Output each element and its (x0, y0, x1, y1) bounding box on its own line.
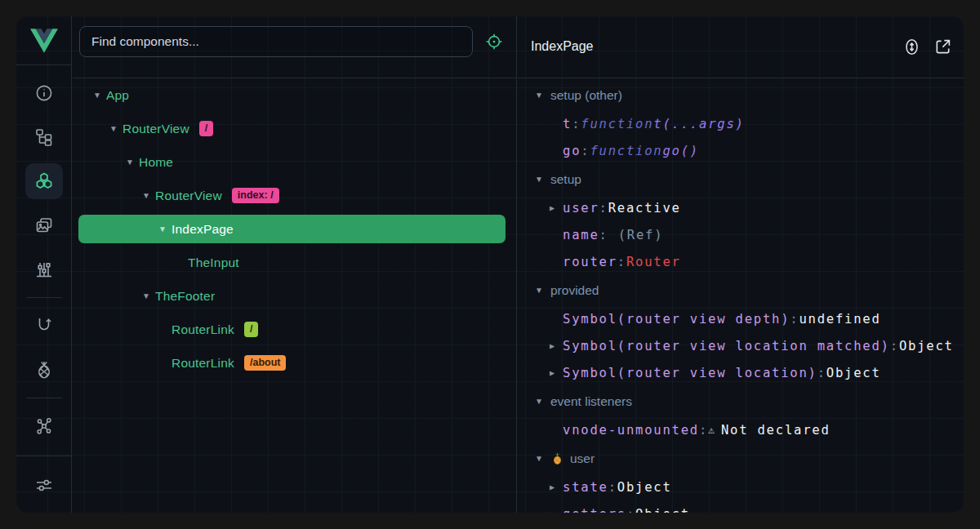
section-header-provided[interactable]: ▼provided (518, 275, 964, 305)
tree-node-label: RouterLink (172, 322, 234, 337)
state-value: Router (626, 255, 681, 269)
expand-arrow[interactable]: ▼ (125, 158, 135, 167)
tree-node-label: TheFooter (155, 289, 215, 304)
scroll-to-component-button[interactable] (902, 38, 921, 56)
expand-arrow[interactable]: ▼ (158, 224, 167, 233)
tree-node-routerview[interactable]: ▼RouterViewindex: / (73, 179, 516, 212)
section-header-setup-other[interactable]: ▼setup (other) (518, 80, 964, 110)
tree-node-home[interactable]: ▼Home (73, 145, 516, 179)
route-badge: / (199, 121, 213, 136)
key-value-separator: : (817, 366, 826, 380)
sidebar-tabs (16, 65, 71, 513)
key-value-separator: : (890, 339, 899, 353)
collapse-arrow[interactable]: ▼ (534, 397, 544, 406)
expand-arrow[interactable]: ▼ (92, 91, 102, 100)
state-key: go (563, 144, 581, 158)
key-value-separator: : (599, 201, 608, 216)
tree-node-routerview[interactable]: ▼RouterView/ (73, 112, 516, 145)
expand-arrow[interactable]: ▼ (109, 124, 118, 133)
state-key: getters (563, 507, 626, 513)
vue-logo[interactable] (16, 16, 71, 65)
tree-node-thefooter[interactable]: ▼TheFooter (73, 279, 516, 313)
tree-node-label: TheInput (188, 256, 239, 270)
state-row-symbol-router-view-location[interactable]: ▶Symbol(router view location) : Object (518, 359, 964, 386)
key-value-separator: : (572, 117, 581, 131)
sidebar-tab-components[interactable] (25, 163, 63, 199)
sidebar-tab-pages[interactable] (25, 119, 63, 155)
key-value-separator: : (699, 423, 708, 438)
state-value: Object (635, 507, 690, 513)
tree-node-label: RouterView (155, 189, 222, 203)
sidebar-divider (26, 297, 62, 298)
tree-node-routerlink[interactable]: RouterLink/ (73, 313, 516, 346)
expand-arrow[interactable]: ▶ (547, 509, 557, 513)
inspector-actions (902, 38, 952, 56)
section-label: setup (550, 172, 581, 187)
inspect-component-button[interactable] (485, 33, 503, 51)
expand-arrow[interactable]: ▼ (141, 191, 151, 200)
collapse-arrow[interactable]: ▼ (534, 91, 544, 100)
state-row-go[interactable]: go : function go() (518, 137, 964, 164)
expand-arrow[interactable]: ▶ (547, 203, 557, 212)
section-header-user[interactable]: ▼user (518, 443, 964, 473)
collapse-arrow[interactable]: ▼ (534, 175, 544, 184)
tree-node-routerlink[interactable]: RouterLink/about (73, 346, 516, 380)
tree-node-app[interactable]: ▼App (73, 78, 516, 112)
sidebar-tab-assets[interactable] (25, 207, 63, 243)
state-key: user (563, 201, 599, 216)
sidebar-tab-pinia[interactable] (25, 352, 63, 388)
vue-logo-icon (30, 29, 58, 53)
sidebar (16, 16, 72, 513)
tree-node-label: IndexPage (172, 222, 234, 237)
section-header-event-listeners[interactable]: ▼event listeners (518, 386, 964, 416)
sidebar-tab-settings[interactable] (25, 467, 63, 503)
state-key: Symbol(router view location matched) (563, 339, 890, 353)
state-row-symbol-router-view-location-matched[interactable]: ▶Symbol(router view location matched) : … (518, 332, 964, 359)
state-key: vnode-unmounted (563, 423, 699, 438)
state-key: name (563, 228, 599, 242)
open-in-editor-icon (933, 38, 952, 56)
state-key: router (563, 255, 617, 269)
search-input[interactable] (79, 26, 473, 57)
expand-arrow[interactable]: ▶ (547, 341, 557, 350)
key-value-separator: : (617, 255, 626, 269)
pinia-icon (34, 360, 54, 380)
state-value: Reactive (608, 201, 681, 216)
state-value: Object (899, 339, 954, 353)
expand-arrow[interactable]: ▼ (141, 291, 151, 300)
section-header-setup[interactable]: ▼setup (518, 164, 964, 194)
state-row-name[interactable]: name : (Ref) (518, 221, 964, 248)
state-row-user[interactable]: ▶user : Reactive (518, 194, 964, 221)
sidebar-tab-info[interactable] (25, 75, 63, 111)
sidebar-divider (16, 456, 72, 456)
state-row-vnode-unmounted[interactable]: vnode-unmounted : ⚠Not declared (518, 416, 964, 443)
tree-node-indexpage[interactable]: ▼IndexPage (73, 212, 516, 246)
route-badge: / (244, 322, 258, 337)
tree-node-theinput[interactable]: TheInput (73, 246, 516, 279)
expand-arrow[interactable]: ▶ (547, 368, 557, 377)
state-row-getters[interactable]: ▶getters : Object (518, 500, 964, 513)
collapse-arrow[interactable]: ▼ (534, 454, 544, 463)
sidebar-tab-timeline[interactable] (25, 251, 63, 287)
state-value: undefined (799, 312, 880, 327)
state-row-state[interactable]: ▶state : Object (518, 473, 964, 500)
open-in-editor-button[interactable] (933, 38, 952, 56)
function-keyword: function (581, 117, 653, 131)
component-tree: ▼App▼RouterView/▼Home▼RouterViewindex: /… (73, 78, 516, 513)
function-signature: t(...args) (653, 117, 744, 131)
section-label: user (570, 451, 595, 466)
sidebar-tab-graph[interactable] (25, 408, 63, 444)
sidebar-tab-router[interactable] (25, 308, 63, 344)
state-row-router[interactable]: router : Router (518, 248, 964, 275)
state-row-t[interactable]: t : function t(...args) (518, 110, 964, 137)
key-value-separator: : (581, 144, 590, 158)
tree-node-label: RouterLink (172, 356, 234, 371)
state-key: Symbol(router view depth) (563, 312, 790, 327)
collapse-arrow[interactable]: ▼ (534, 286, 544, 295)
route-badge: index: / (232, 188, 279, 203)
state-row-symbol-router-view-depth[interactable]: Symbol(router view depth) : undefined (518, 305, 964, 332)
section-label: setup (other) (550, 88, 622, 103)
tree-toolbar (73, 16, 516, 78)
key-value-separator: : (608, 480, 617, 495)
expand-arrow[interactable]: ▶ (547, 482, 557, 491)
